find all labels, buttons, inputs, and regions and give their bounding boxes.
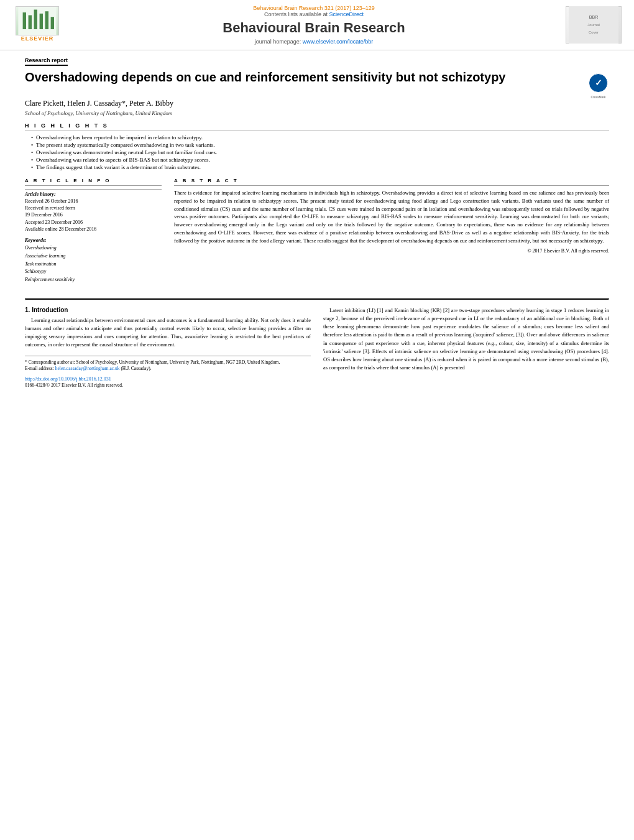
svg-text:Cover: Cover <box>589 30 599 34</box>
email-link[interactable]: helen.cassaday@nottingham.ac.uk <box>55 366 120 371</box>
homepage-line: journal homepage: www.elsevier.com/locat… <box>62 39 566 45</box>
keywords-list: Overshadowing Associative learning Task … <box>25 244 162 284</box>
highlights-section: H I G H L I G H T S Overshadowing has be… <box>25 122 609 170</box>
highlights-heading: H I G H L I G H T S <box>25 122 609 131</box>
highlights-list: Overshadowing has been reported to be im… <box>25 134 609 170</box>
contents-line: Contents lists available at ScienceDirec… <box>62 11 566 17</box>
keywords-heading: Keywords: <box>25 238 162 243</box>
keyword-item: Task motivation <box>25 261 162 269</box>
section-type-label: Research report <box>25 57 68 66</box>
list-item: The findings suggest that task variant i… <box>31 164 609 170</box>
footnote-area: * Corresponding author at: School of Psy… <box>25 356 311 389</box>
body-left-column: 1. Introduction Learning causal relation… <box>25 307 311 389</box>
page: ELSEVIER Behavioural Brain Research 321 … <box>0 0 634 840</box>
sciencedirect-link[interactable]: ScienceDirect <box>329 11 364 17</box>
article-title: Overshadowing depends on cue and reinfor… <box>25 69 581 85</box>
article-info-heading: A R T I C L E I N F O <box>25 178 162 186</box>
abstract-text: There is evidence for impaired selective… <box>174 189 609 244</box>
received-revised-label: Received in revised form <box>25 205 162 211</box>
affiliation: School of Psychology, University of Nott… <box>25 110 609 116</box>
article-title-row: Overshadowing depends on cue and reinfor… <box>25 69 609 94</box>
journal-header: ELSEVIER Behavioural Brain Research 321 … <box>0 0 634 50</box>
svg-text:Journal: Journal <box>587 23 600 27</box>
journal-logo-right: BBR Journal Cover <box>566 6 622 44</box>
abstract-column: A B S T R A C T There is evidence for im… <box>174 178 609 289</box>
keyword-item: Reinforcement sensitivity <box>25 276 162 284</box>
keyword-item: Schizotypy <box>25 268 162 276</box>
svg-text:BBR: BBR <box>589 15 598 19</box>
svg-rect-5 <box>45 11 48 29</box>
journal-title: Behavioural Brain Research <box>62 20 566 36</box>
main-content: Research report Overshadowing depends on… <box>0 50 634 395</box>
info-abstract-row: A R T I C L E I N F O Article history: R… <box>25 178 609 289</box>
body-content: 1. Introduction Learning causal relation… <box>25 307 609 389</box>
section-number: 1. Introduction <box>25 307 311 313</box>
body-right-column: Latent inhibition (LI) [1] and Kamin blo… <box>323 307 609 389</box>
keyword-item: Associative learning <box>25 252 162 261</box>
svg-rect-1 <box>23 12 26 29</box>
crossmark-logo[interactable]: ✓ CrossMark <box>587 72 609 94</box>
list-item: The present study systematically compare… <box>31 142 609 148</box>
svg-rect-4 <box>40 14 43 29</box>
list-item: Overshadowing has been reported to be im… <box>31 134 609 141</box>
list-item: Overshadowing was related to aspects of … <box>31 157 609 163</box>
keyword-item: Overshadowing <box>25 244 162 252</box>
footnote-email: E-mail address: helen.cassaday@nottingha… <box>25 366 311 372</box>
svg-rect-2 <box>29 16 32 30</box>
history-label: Article history: <box>25 192 162 197</box>
body-text-left: Learning causal relationships between en… <box>25 316 311 349</box>
svg-rect-6 <box>51 17 54 29</box>
article-history-block: Article history: Received 26 October 201… <box>25 189 162 233</box>
section-divider <box>25 298 609 300</box>
svg-text:✓: ✓ <box>595 78 602 88</box>
footnote-corresponding: * Corresponding author at: School of Psy… <box>25 359 311 366</box>
accepted-date: Accepted 23 December 2016 <box>25 219 162 226</box>
journal-reference: Behavioural Brain Research 321 (2017) 12… <box>62 5 566 11</box>
available-date: Available online 28 December 2016 <box>25 226 162 233</box>
doi-link[interactable]: http://dx.doi.org/10.1016/j.bbr.2016.12.… <box>25 376 311 382</box>
list-item: Overshadowing was demonstrated using neu… <box>31 149 609 155</box>
keywords-block: Keywords: Overshadowing Associative lear… <box>25 238 162 284</box>
article-info-column: A R T I C L E I N F O Article history: R… <box>25 178 162 289</box>
received-date: Received 26 October 2016 <box>25 198 162 205</box>
copyright-notice: © 2017 Elsevier B.V. All rights reserved… <box>174 248 609 254</box>
received-revised-date: 19 December 2016 <box>25 211 162 218</box>
issn-line: 0166-4328/© 2017 Elsevier B.V. All right… <box>25 382 311 389</box>
svg-rect-3 <box>34 10 37 30</box>
elsevier-logo-image <box>16 6 59 35</box>
authors: Clare Pickett, Helen J. Cassaday*, Peter… <box>25 99 609 108</box>
body-text-right: Latent inhibition (LI) [1] and Kamin blo… <box>323 307 609 372</box>
elsevier-text: ELSEVIER <box>21 35 54 44</box>
abstract-heading: A B S T R A C T <box>174 178 609 186</box>
journal-header-center: Behavioural Brain Research 321 (2017) 12… <box>62 5 566 45</box>
homepage-link[interactable]: www.elsevier.com/locate/bbr <box>303 39 374 45</box>
elsevier-logo: ELSEVIER <box>12 6 62 44</box>
